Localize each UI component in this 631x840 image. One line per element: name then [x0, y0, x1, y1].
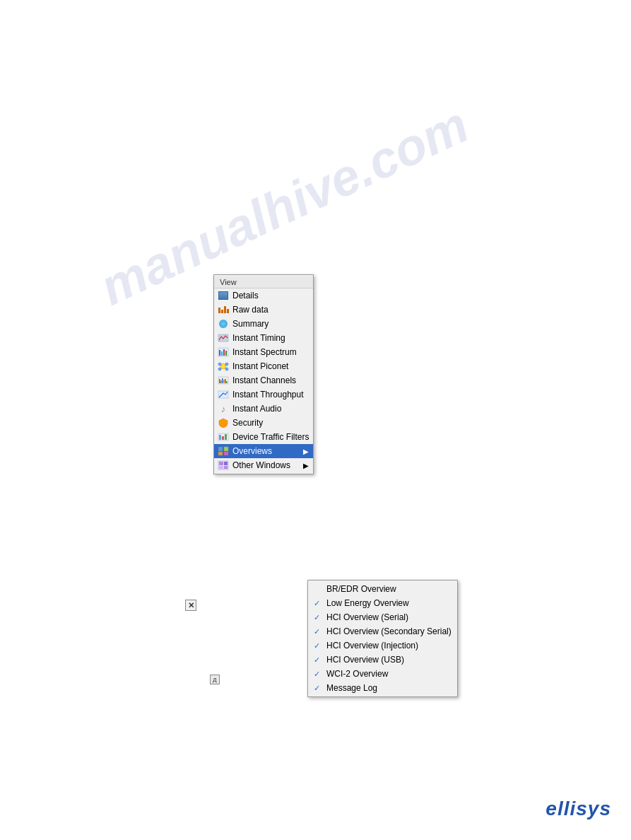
check-hci-usb: ✓: [314, 655, 325, 665]
check-wci2: ✓: [314, 670, 325, 679]
menu-item-overviews[interactable]: Overviews ▶ BR/EDR Overview ✓ Low Energy…: [214, 444, 313, 458]
svg-rect-24: [219, 435, 221, 440]
submenu-item-hci-serial[interactable]: ✓ HCI Overview (Serial): [308, 610, 457, 624]
context-menu: View Details Raw data: [213, 274, 314, 474]
overviews-submenu: BR/EDR Overview ✓ Low Energy Overview ✓ …: [307, 580, 458, 697]
otherwindows-icon: [217, 460, 230, 471]
svg-rect-33: [224, 462, 228, 465]
menu-item-details-label: Details: [232, 291, 309, 301]
menu-item-device-traffic[interactable]: Device Traffic Filters: [214, 430, 313, 444]
menu-item-summary[interactable]: Summary: [214, 317, 313, 331]
otherwindows-arrow-icon: ▶: [303, 462, 309, 469]
svg-rect-19: [223, 380, 225, 383]
svg-rect-20: [225, 379, 226, 383]
svg-rect-18: [222, 378, 223, 383]
channels-icon: [217, 375, 230, 386]
submenu-item-hci-serial-label: HCI Overview (Serial): [326, 612, 408, 622]
submenu-item-bredr-label: BR/EDR Overview: [326, 584, 396, 594]
rawdata-icon: [217, 304, 230, 315]
view-menu: View Details Raw data: [213, 274, 314, 474]
menu-item-instant-timing-label: Instant Timing: [232, 333, 309, 343]
submenu-item-hci-usb[interactable]: ✓ HCI Overview (USB): [308, 653, 457, 667]
small-bottom-icon[interactable]: д: [210, 675, 220, 684]
menu-item-security-label: Security: [232, 418, 309, 428]
svg-point-7: [218, 363, 221, 366]
menu-header: View: [214, 276, 313, 288]
overviews-icon: [217, 445, 230, 457]
submenu-item-hci-secondary-label: HCI Overview (Secondary Serial): [326, 626, 452, 636]
menu-item-details[interactable]: Details: [214, 288, 313, 303]
svg-rect-16: [219, 379, 220, 383]
svg-rect-2: [219, 350, 220, 356]
menu-item-instant-audio[interactable]: ♪ Instant Audio: [214, 402, 313, 416]
menu-item-instant-spectrum[interactable]: Instant Spectrum: [214, 345, 313, 359]
check-bredr: [314, 585, 325, 593]
menu-item-instant-channels[interactable]: Instant Channels: [214, 373, 313, 387]
audio-icon: ♪: [217, 403, 230, 414]
svg-rect-17: [220, 380, 222, 383]
svg-rect-4: [223, 349, 225, 356]
timing-icon: [217, 332, 230, 344]
spectrum-icon: [217, 346, 230, 358]
svg-point-10: [225, 368, 228, 371]
check-hci-serial: ✓: [314, 613, 325, 622]
menu-item-instant-piconet[interactable]: Instant Piconet: [214, 359, 313, 373]
traffic-icon: [217, 431, 230, 443]
check-message-log: ✓: [314, 684, 325, 693]
menu-item-instant-piconet-label: Instant Piconet: [232, 361, 309, 371]
throughput-icon: [217, 389, 230, 400]
svg-rect-34: [219, 466, 223, 469]
svg-point-8: [225, 363, 228, 366]
menu-item-instant-audio-label: Instant Audio: [232, 404, 309, 414]
menu-item-other-windows-label: Other Windows: [232, 460, 299, 470]
details-icon: [217, 290, 230, 301]
svg-point-9: [218, 368, 221, 371]
overviews-arrow-icon: ▶: [303, 448, 309, 455]
security-icon: [217, 417, 230, 428]
summary-icon: [217, 318, 230, 329]
submenu-item-wci2-label: WCI-2 Overview: [326, 669, 388, 679]
svg-rect-27: [218, 447, 223, 451]
check-hci-secondary: ✓: [314, 627, 325, 636]
menu-item-instant-channels-label: Instant Channels: [232, 375, 309, 385]
menu-item-overviews-label: Overviews: [232, 446, 299, 456]
svg-rect-5: [225, 351, 227, 356]
svg-rect-21: [226, 381, 228, 383]
piconet-icon: [217, 361, 230, 372]
svg-rect-30: [224, 452, 228, 455]
svg-rect-29: [218, 452, 223, 455]
ellisys-logo: ellisys: [546, 798, 611, 820]
menu-item-security[interactable]: Security: [214, 416, 313, 430]
svg-rect-25: [222, 436, 224, 440]
menu-item-rawdata[interactable]: Raw data: [214, 303, 313, 317]
svg-rect-28: [224, 447, 228, 451]
svg-rect-35: [224, 466, 228, 469]
submenu-item-message-log-label: Message Log: [326, 683, 377, 693]
submenu-item-bredr[interactable]: BR/EDR Overview: [308, 582, 457, 596]
submenu-item-hci-secondary[interactable]: ✓ HCI Overview (Secondary Serial): [308, 624, 457, 638]
submenu-item-low-energy[interactable]: ✓ Low Energy Overview: [308, 596, 457, 610]
check-hci-injection: ✓: [314, 641, 325, 651]
submenu-item-hci-usb-label: HCI Overview (USB): [326, 655, 404, 665]
menu-item-instant-throughput[interactable]: Instant Throughput: [214, 387, 313, 402]
submenu-item-low-energy-label: Low Energy Overview: [326, 598, 409, 608]
menu-item-other-windows[interactable]: Other Windows ▶: [214, 458, 313, 472]
menu-item-instant-throughput-label: Instant Throughput: [232, 390, 309, 399]
submenu-item-hci-injection-label: HCI Overview (Injection): [326, 641, 418, 651]
svg-rect-26: [225, 434, 227, 440]
submenu-item-hci-injection[interactable]: ✓ HCI Overview (Injection): [308, 638, 457, 653]
menu-item-summary-label: Summary: [232, 319, 309, 329]
submenu-item-message-log[interactable]: ✓ Message Log: [308, 681, 457, 695]
menu-item-device-traffic-label: Device Traffic Filters: [232, 432, 309, 442]
check-low-energy: ✓: [314, 599, 325, 608]
close-button[interactable]: ✕: [185, 600, 196, 611]
menu-item-rawdata-label: Raw data: [232, 305, 309, 315]
menu-item-instant-timing[interactable]: Instant Timing: [214, 331, 313, 345]
svg-rect-3: [221, 351, 223, 356]
submenu-item-wci2[interactable]: ✓ WCI-2 Overview: [308, 667, 457, 681]
svg-rect-32: [219, 462, 223, 465]
menu-item-instant-spectrum-label: Instant Spectrum: [232, 347, 309, 357]
